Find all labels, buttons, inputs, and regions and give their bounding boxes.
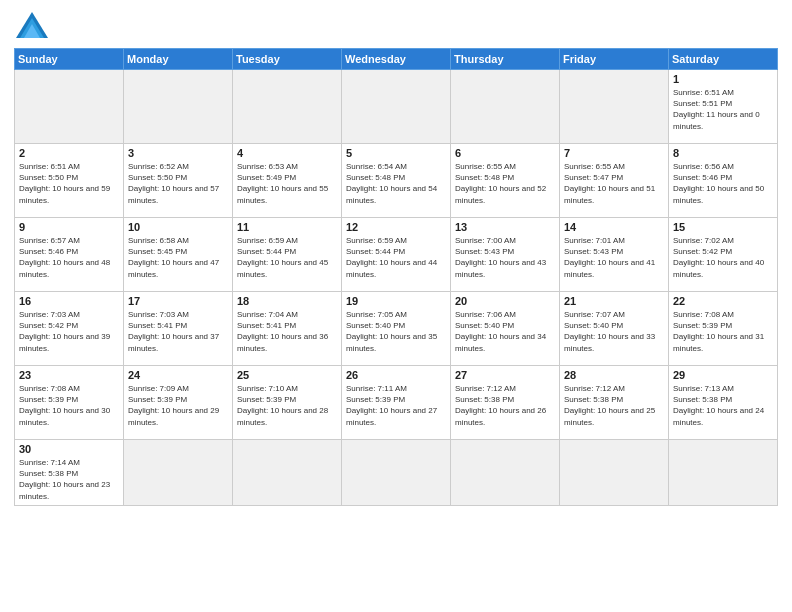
day-number: 4 [237, 147, 337, 159]
day-info: Sunrise: 7:12 AM Sunset: 5:38 PM Dayligh… [455, 383, 555, 428]
calendar-cell: 10Sunrise: 6:58 AM Sunset: 5:45 PM Dayli… [124, 218, 233, 292]
calendar-row-5: 23Sunrise: 7:08 AM Sunset: 5:39 PM Dayli… [15, 366, 778, 440]
day-info: Sunrise: 7:07 AM Sunset: 5:40 PM Dayligh… [564, 309, 664, 354]
weekday-header-tuesday: Tuesday [233, 49, 342, 70]
day-info: Sunrise: 7:04 AM Sunset: 5:41 PM Dayligh… [237, 309, 337, 354]
day-number: 12 [346, 221, 446, 233]
calendar-cell: 4Sunrise: 6:53 AM Sunset: 5:49 PM Daylig… [233, 144, 342, 218]
day-info: Sunrise: 7:10 AM Sunset: 5:39 PM Dayligh… [237, 383, 337, 428]
day-number: 15 [673, 221, 773, 233]
calendar-row-4: 16Sunrise: 7:03 AM Sunset: 5:42 PM Dayli… [15, 292, 778, 366]
calendar-cell: 17Sunrise: 7:03 AM Sunset: 5:41 PM Dayli… [124, 292, 233, 366]
day-info: Sunrise: 6:51 AM Sunset: 5:51 PM Dayligh… [673, 87, 773, 132]
day-number: 6 [455, 147, 555, 159]
day-number: 3 [128, 147, 228, 159]
day-info: Sunrise: 7:08 AM Sunset: 5:39 PM Dayligh… [19, 383, 119, 428]
calendar-cell: 3Sunrise: 6:52 AM Sunset: 5:50 PM Daylig… [124, 144, 233, 218]
calendar-cell: 22Sunrise: 7:08 AM Sunset: 5:39 PM Dayli… [669, 292, 778, 366]
calendar-cell: 27Sunrise: 7:12 AM Sunset: 5:38 PM Dayli… [451, 366, 560, 440]
day-info: Sunrise: 6:55 AM Sunset: 5:48 PM Dayligh… [455, 161, 555, 206]
calendar-cell: 2Sunrise: 6:51 AM Sunset: 5:50 PM Daylig… [15, 144, 124, 218]
calendar-cell: 19Sunrise: 7:05 AM Sunset: 5:40 PM Dayli… [342, 292, 451, 366]
calendar-cell [451, 70, 560, 144]
calendar-cell: 18Sunrise: 7:04 AM Sunset: 5:41 PM Dayli… [233, 292, 342, 366]
calendar-row-1: 1Sunrise: 6:51 AM Sunset: 5:51 PM Daylig… [15, 70, 778, 144]
weekday-header-row: SundayMondayTuesdayWednesdayThursdayFrid… [15, 49, 778, 70]
day-number: 14 [564, 221, 664, 233]
calendar-cell: 15Sunrise: 7:02 AM Sunset: 5:42 PM Dayli… [669, 218, 778, 292]
day-number: 17 [128, 295, 228, 307]
calendar-cell: 7Sunrise: 6:55 AM Sunset: 5:47 PM Daylig… [560, 144, 669, 218]
day-info: Sunrise: 6:58 AM Sunset: 5:45 PM Dayligh… [128, 235, 228, 280]
weekday-header-friday: Friday [560, 49, 669, 70]
calendar-cell [342, 70, 451, 144]
calendar-cell: 21Sunrise: 7:07 AM Sunset: 5:40 PM Dayli… [560, 292, 669, 366]
day-number: 19 [346, 295, 446, 307]
calendar-cell: 12Sunrise: 6:59 AM Sunset: 5:44 PM Dayli… [342, 218, 451, 292]
calendar-row-2: 2Sunrise: 6:51 AM Sunset: 5:50 PM Daylig… [15, 144, 778, 218]
day-number: 8 [673, 147, 773, 159]
calendar-cell: 16Sunrise: 7:03 AM Sunset: 5:42 PM Dayli… [15, 292, 124, 366]
logo [14, 10, 54, 40]
day-info: Sunrise: 6:52 AM Sunset: 5:50 PM Dayligh… [128, 161, 228, 206]
day-info: Sunrise: 7:03 AM Sunset: 5:42 PM Dayligh… [19, 309, 119, 354]
day-info: Sunrise: 7:08 AM Sunset: 5:39 PM Dayligh… [673, 309, 773, 354]
day-info: Sunrise: 7:01 AM Sunset: 5:43 PM Dayligh… [564, 235, 664, 280]
weekday-header-wednesday: Wednesday [342, 49, 451, 70]
day-info: Sunrise: 7:13 AM Sunset: 5:38 PM Dayligh… [673, 383, 773, 428]
calendar-cell: 24Sunrise: 7:09 AM Sunset: 5:39 PM Dayli… [124, 366, 233, 440]
calendar-cell [560, 440, 669, 506]
calendar-row-6: 30Sunrise: 7:14 AM Sunset: 5:38 PM Dayli… [15, 440, 778, 506]
day-number: 21 [564, 295, 664, 307]
day-number: 18 [237, 295, 337, 307]
calendar-cell [124, 440, 233, 506]
day-info: Sunrise: 7:11 AM Sunset: 5:39 PM Dayligh… [346, 383, 446, 428]
day-info: Sunrise: 6:54 AM Sunset: 5:48 PM Dayligh… [346, 161, 446, 206]
calendar-cell [15, 70, 124, 144]
calendar-cell: 26Sunrise: 7:11 AM Sunset: 5:39 PM Dayli… [342, 366, 451, 440]
weekday-header-sunday: Sunday [15, 49, 124, 70]
weekday-header-monday: Monday [124, 49, 233, 70]
day-info: Sunrise: 6:51 AM Sunset: 5:50 PM Dayligh… [19, 161, 119, 206]
calendar-cell: 1Sunrise: 6:51 AM Sunset: 5:51 PM Daylig… [669, 70, 778, 144]
day-number: 5 [346, 147, 446, 159]
calendar-cell [342, 440, 451, 506]
day-number: 2 [19, 147, 119, 159]
day-number: 13 [455, 221, 555, 233]
calendar-cell [124, 70, 233, 144]
day-info: Sunrise: 6:56 AM Sunset: 5:46 PM Dayligh… [673, 161, 773, 206]
calendar-cell [560, 70, 669, 144]
day-number: 10 [128, 221, 228, 233]
weekday-header-thursday: Thursday [451, 49, 560, 70]
day-info: Sunrise: 6:59 AM Sunset: 5:44 PM Dayligh… [237, 235, 337, 280]
calendar-cell: 13Sunrise: 7:00 AM Sunset: 5:43 PM Dayli… [451, 218, 560, 292]
calendar-cell [233, 440, 342, 506]
day-info: Sunrise: 6:59 AM Sunset: 5:44 PM Dayligh… [346, 235, 446, 280]
calendar-cell: 30Sunrise: 7:14 AM Sunset: 5:38 PM Dayli… [15, 440, 124, 506]
logo-icon [14, 10, 50, 40]
day-number: 27 [455, 369, 555, 381]
day-info: Sunrise: 7:03 AM Sunset: 5:41 PM Dayligh… [128, 309, 228, 354]
calendar-cell: 8Sunrise: 6:56 AM Sunset: 5:46 PM Daylig… [669, 144, 778, 218]
day-number: 23 [19, 369, 119, 381]
calendar-cell: 6Sunrise: 6:55 AM Sunset: 5:48 PM Daylig… [451, 144, 560, 218]
day-info: Sunrise: 7:02 AM Sunset: 5:42 PM Dayligh… [673, 235, 773, 280]
calendar-cell: 23Sunrise: 7:08 AM Sunset: 5:39 PM Dayli… [15, 366, 124, 440]
calendar-cell: 29Sunrise: 7:13 AM Sunset: 5:38 PM Dayli… [669, 366, 778, 440]
day-number: 7 [564, 147, 664, 159]
day-number: 25 [237, 369, 337, 381]
day-number: 26 [346, 369, 446, 381]
calendar-cell: 28Sunrise: 7:12 AM Sunset: 5:38 PM Dayli… [560, 366, 669, 440]
day-info: Sunrise: 7:14 AM Sunset: 5:38 PM Dayligh… [19, 457, 119, 502]
calendar-cell: 25Sunrise: 7:10 AM Sunset: 5:39 PM Dayli… [233, 366, 342, 440]
day-info: Sunrise: 6:53 AM Sunset: 5:49 PM Dayligh… [237, 161, 337, 206]
day-number: 1 [673, 73, 773, 85]
calendar-cell [233, 70, 342, 144]
day-info: Sunrise: 7:06 AM Sunset: 5:40 PM Dayligh… [455, 309, 555, 354]
calendar-cell [451, 440, 560, 506]
day-number: 24 [128, 369, 228, 381]
day-info: Sunrise: 6:55 AM Sunset: 5:47 PM Dayligh… [564, 161, 664, 206]
weekday-header-saturday: Saturday [669, 49, 778, 70]
day-number: 30 [19, 443, 119, 455]
day-number: 29 [673, 369, 773, 381]
